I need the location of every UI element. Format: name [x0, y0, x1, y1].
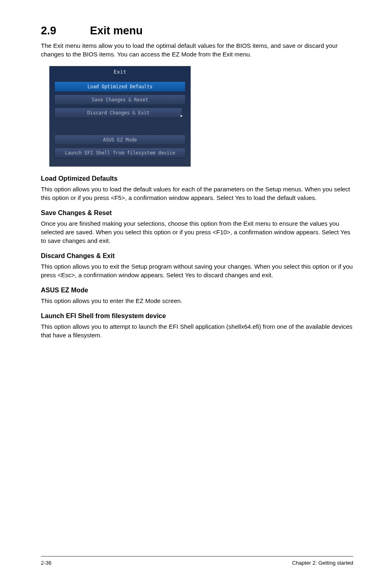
page-number: 2-36 — [41, 560, 52, 566]
cursor-icon: ➤ — [179, 111, 184, 117]
sub-heading: Discard Changes & Exit — [41, 252, 353, 260]
subsection-load-defaults: Load Optimized Defaults This option allo… — [41, 175, 353, 202]
menu-item-ez-mode[interactable]: ASUS EZ Mode — [54, 135, 186, 145]
sub-text: Once you are finished making your select… — [41, 219, 353, 245]
sub-heading: Save Changes & Reset — [41, 209, 353, 217]
menu-item-label: Discard Changes & Exit — [87, 110, 149, 116]
section-heading: Exit menu — [90, 25, 143, 37]
page-footer: 2-36 Chapter 2: Getting started — [41, 556, 353, 566]
menu-gap — [49, 121, 191, 132]
menu-item-save-reset[interactable]: Save Changes & Reset — [54, 94, 186, 105]
sub-text: This option allows you to exit the Setup… — [41, 262, 353, 279]
sub-text: This option allows you to enter the EZ M… — [41, 296, 353, 305]
bios-screenshot: Exit Load Optimized Defaults Save Change… — [49, 66, 191, 167]
sub-text: This option allows you to load the defau… — [41, 185, 353, 202]
subsection-save-reset: Save Changes & Reset Once you are finish… — [41, 209, 353, 245]
subsection-launch-efi: Launch EFI Shell from filesystem device … — [41, 312, 353, 339]
subsection-ez-mode: ASUS EZ Mode This option allows you to e… — [41, 287, 353, 305]
chapter-label: Chapter 2: Getting started — [292, 560, 353, 566]
section-number: 2.9 — [41, 25, 90, 37]
menu-item-load-defaults[interactable]: Load Optimized Defaults — [54, 81, 186, 92]
menu-item-discard-exit[interactable]: Discard Changes & Exit ➤ — [54, 108, 182, 118]
sub-heading: ASUS EZ Mode — [41, 287, 353, 294]
section-title: 2.9Exit menu — [41, 25, 353, 37]
screenshot-title: Exit — [49, 66, 191, 79]
menu-item-launch-efi[interactable]: Launch EFI Shell from filesystem device — [54, 148, 186, 158]
page: 2.9Exit menu The Exit menu items allow y… — [0, 0, 390, 577]
sub-heading: Launch EFI Shell from filesystem device — [41, 312, 353, 320]
subsection-discard-exit: Discard Changes & Exit This option allow… — [41, 252, 353, 279]
sub-text: This option allows you to attempt to lau… — [41, 322, 353, 339]
sub-heading: Load Optimized Defaults — [41, 175, 353, 182]
intro-text: The Exit menu items allow you to load th… — [41, 41, 353, 58]
